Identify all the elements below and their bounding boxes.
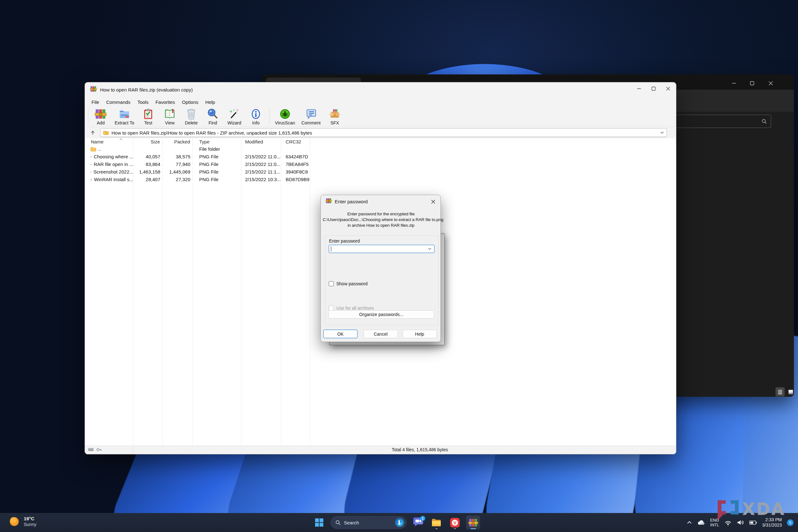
png-file-icon — [90, 154, 92, 159]
tray-chevron-up-icon[interactable] — [687, 521, 692, 524]
maximize-button[interactable] — [646, 82, 661, 95]
table-row[interactable]: Choosing where ... 40,057 38,575 PNG Fil… — [85, 153, 676, 160]
search-icon — [335, 520, 341, 525]
wifi-icon[interactable] — [724, 519, 732, 526]
test-button[interactable]: Test — [137, 107, 159, 126]
taskbar-search[interactable]: Search — [330, 516, 406, 529]
help-button[interactable]: Help — [402, 330, 437, 338]
add-archive-icon — [95, 108, 107, 120]
status-total: Total 4 files, 1,615,486 bytes — [392, 446, 448, 454]
comment-button[interactable]: Comment — [298, 107, 324, 126]
text-caret — [331, 247, 331, 251]
delete-button[interactable]: Delete — [180, 107, 202, 126]
large-icons-view-button[interactable] — [786, 387, 794, 397]
view-icon — [164, 108, 176, 120]
winrar-icon — [90, 86, 97, 94]
test-icon — [142, 108, 154, 120]
column-header-type[interactable]: Type — [193, 138, 241, 145]
battery-icon[interactable] — [749, 520, 757, 525]
table-row[interactable]: RAR file open in ... 83,864 77,940 PNG F… — [85, 160, 676, 168]
sort-ascending-icon — [119, 138, 122, 140]
address-bar: How to open RAR files.zip\How to open RA… — [85, 127, 676, 138]
virusscan-button[interactable]: VirusScan — [272, 107, 298, 126]
comment-icon — [305, 108, 317, 120]
column-gridline — [192, 138, 193, 454]
use-for-all-archives-checkbox[interactable] — [329, 306, 334, 311]
running-indicator — [435, 528, 438, 529]
column-header-crc32[interactable]: CRC32 — [281, 138, 310, 145]
column-header-name[interactable]: Name — [85, 138, 133, 145]
status-bar: Total 4 files, 1,615,486 bytes — [85, 445, 676, 454]
menu-options[interactable]: Options — [178, 98, 202, 106]
weather-widget[interactable]: 19°C Sunny — [9, 515, 36, 527]
table-row[interactable]: .. File folder — [85, 145, 676, 153]
toolbar-separator — [269, 108, 269, 125]
chevron-down-icon[interactable] — [428, 248, 432, 250]
ok-button[interactable]: OK — [323, 330, 358, 338]
close-button[interactable] — [661, 82, 676, 95]
column-gridline — [133, 138, 133, 454]
status-divider — [133, 447, 133, 453]
clock[interactable]: 2:33 PM 3/31/2023 — [762, 517, 782, 528]
column-header-packed[interactable]: Packed — [163, 138, 193, 145]
menu-tools[interactable]: Tools — [134, 98, 152, 106]
address-combobox[interactable]: How to open RAR files.zip\How to open RA… — [100, 128, 667, 137]
notification-count-badge[interactable]: 5 — [787, 519, 794, 526]
language-indicator[interactable]: ENG INTL — [710, 518, 719, 527]
search-icon — [762, 119, 767, 124]
vivaldi-browser-icon[interactable]: V — [448, 515, 462, 530]
menu-bar: File Commands Tools Favorites Options He… — [85, 97, 676, 107]
wizard-icon — [228, 108, 240, 120]
minimize-button[interactable] — [632, 82, 646, 95]
file-explorer-icon[interactable] — [430, 515, 443, 530]
folder-up-icon — [90, 147, 96, 152]
taskbar-content: 19°C Sunny Search — [0, 513, 798, 532]
start-button[interactable] — [312, 515, 326, 530]
show-password-checkbox[interactable] — [329, 281, 334, 286]
winrar-titlebar[interactable]: How to open RAR files.zip (evaluation co… — [85, 82, 676, 97]
chevron-down-icon[interactable] — [660, 131, 664, 134]
column-gridline — [241, 138, 241, 454]
password-input[interactable] — [329, 245, 435, 253]
toolbar: Add Extract To — [85, 107, 676, 127]
png-file-icon — [90, 162, 92, 167]
details-view-button[interactable] — [776, 387, 785, 397]
menu-help[interactable]: Help — [202, 98, 218, 106]
column-header-modified[interactable]: Modified — [241, 138, 281, 145]
time: 2:33 PM — [762, 517, 782, 522]
onedrive-cloud-icon[interactable] — [697, 520, 705, 525]
organize-passwords-button[interactable]: Organize passwords... — [328, 310, 434, 319]
up-directory-button[interactable] — [88, 129, 97, 137]
column-header-size[interactable]: Size — [133, 138, 163, 145]
add-button[interactable]: Add — [90, 107, 112, 126]
key-icon — [96, 448, 102, 452]
menu-file[interactable]: File — [88, 98, 102, 106]
find-button[interactable]: Find — [202, 107, 224, 126]
sun-icon — [9, 516, 20, 527]
drive-icon — [88, 447, 94, 452]
view-button[interactable]: View — [159, 107, 180, 126]
column-gridline — [163, 138, 163, 454]
menu-commands[interactable]: Commands — [102, 98, 134, 106]
wizard-button[interactable]: Wizard — [224, 107, 245, 126]
dialog-close-button[interactable] — [430, 199, 436, 205]
speaker-icon[interactable] — [737, 519, 744, 526]
dialog-titlebar[interactable]: Enter password — [321, 195, 440, 208]
info-button[interactable]: Info — [245, 107, 267, 126]
extract-to-button[interactable]: Extract To — [112, 107, 137, 126]
cancel-button[interactable]: Cancel — [363, 330, 398, 338]
winrar-taskbar-icon[interactable] — [466, 515, 480, 530]
table-row[interactable]: WinRAR install s... 28,407 27,320 PNG Fi… — [85, 176, 676, 183]
explorer-minimize-button[interactable] — [729, 79, 739, 88]
table-row[interactable]: Screenshot 2022... 1,463,158 1,445,069 P… — [85, 168, 676, 176]
png-file-icon — [90, 169, 92, 175]
chat-app-icon[interactable]: 1 — [411, 515, 425, 530]
menu-favorites[interactable]: Favorites — [152, 98, 178, 106]
search-label: Search — [344, 520, 392, 525]
enter-password-dialog: Enter password Enter password for the en… — [321, 195, 441, 342]
svg-text:V: V — [453, 520, 456, 525]
explorer-close-button[interactable] — [766, 79, 775, 88]
sfx-button[interactable]: SFX — [324, 107, 345, 126]
bing-chat-icon — [395, 518, 404, 527]
explorer-maximize-button[interactable] — [748, 79, 757, 88]
